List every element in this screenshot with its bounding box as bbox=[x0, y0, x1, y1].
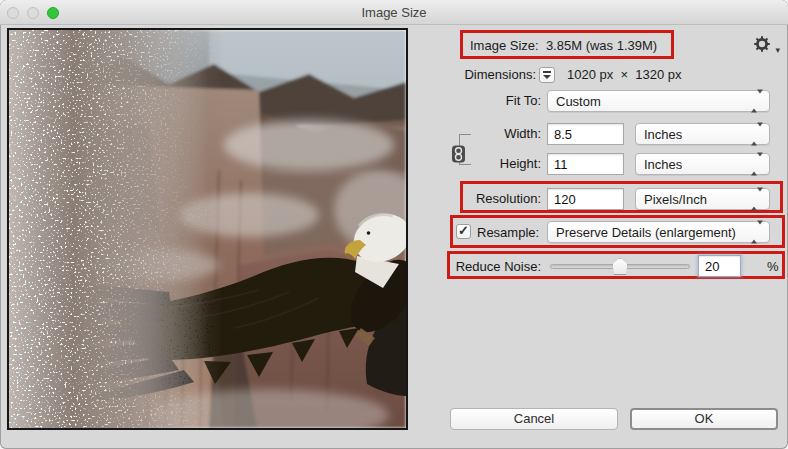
height-label: Height: bbox=[500, 156, 541, 172]
link-dimensions-icon[interactable] bbox=[451, 145, 466, 163]
width-input[interactable] bbox=[547, 123, 624, 145]
zoom-button[interactable] bbox=[47, 7, 59, 19]
gear-menu-arrow-icon: ▾ bbox=[775, 45, 780, 55]
gear-icon bbox=[754, 36, 770, 52]
reduce-noise-label: Reduce Noise: bbox=[456, 259, 541, 275]
dimensions-dropdown-bar-icon bbox=[543, 71, 551, 73]
dimensions-value: 1020 px × 1320 px bbox=[567, 67, 682, 82]
stepper-icon bbox=[751, 94, 763, 109]
resample-label: Resample: bbox=[477, 225, 539, 241]
image-size-dialog: Image Size bbox=[0, 0, 788, 449]
image-preview[interactable] bbox=[7, 28, 408, 430]
dimensions-dropdown-arrow-icon bbox=[543, 75, 551, 79]
fit-to-value: Custom bbox=[556, 94, 601, 109]
resample-method-value: Preserve Details (enlargement) bbox=[556, 225, 736, 240]
fit-to-label: Fit To: bbox=[506, 93, 541, 109]
width-label: Width: bbox=[504, 126, 541, 142]
dimensions-dropdown-button[interactable] bbox=[539, 67, 555, 83]
stepper-icon bbox=[751, 192, 763, 207]
cancel-button[interactable]: Cancel bbox=[450, 408, 618, 430]
height-unit-value: Inches bbox=[644, 157, 682, 172]
stepper-icon bbox=[751, 127, 763, 142]
width-unit-value: Inches bbox=[644, 127, 682, 142]
resample-checkbox[interactable]: ✓ bbox=[456, 224, 471, 239]
stepper-icon bbox=[751, 225, 763, 240]
resample-method-select[interactable]: Preserve Details (enlargement) bbox=[547, 221, 770, 243]
height-unit-select[interactable]: Inches bbox=[635, 153, 770, 175]
stepper-icon bbox=[751, 157, 763, 172]
image-size-value: 3.85M (was 1.39M) bbox=[546, 38, 657, 53]
height-input[interactable] bbox=[547, 153, 624, 175]
resolution-unit-value: Pixels/Inch bbox=[644, 192, 707, 207]
width-unit-select[interactable]: Inches bbox=[635, 123, 770, 145]
image-size-label: Image Size: bbox=[470, 38, 539, 53]
dimensions-label: Dimensions: bbox=[464, 67, 536, 83]
reduce-noise-slider[interactable] bbox=[550, 264, 690, 269]
reduce-noise-slider-thumb[interactable] bbox=[612, 258, 628, 275]
reduce-noise-input[interactable] bbox=[698, 255, 741, 277]
resolution-unit-select[interactable]: Pixels/Inch bbox=[635, 188, 770, 210]
image-size-row: Image Size: 3.85M (was 1.39M) bbox=[470, 38, 657, 53]
close-button[interactable] bbox=[7, 7, 19, 19]
ok-button[interactable]: OK bbox=[630, 408, 778, 430]
fit-to-select[interactable]: Custom bbox=[547, 90, 770, 112]
settings-gear-button[interactable]: ▾ bbox=[754, 36, 780, 54]
titlebar: Image Size bbox=[0, 0, 788, 25]
checkmark-icon: ✓ bbox=[457, 224, 470, 237]
window-title: Image Size bbox=[0, 0, 788, 25]
resolution-input[interactable] bbox=[547, 188, 624, 210]
eagle-canyon-image bbox=[9, 30, 406, 428]
minimize-button[interactable] bbox=[27, 7, 39, 19]
resolution-label: Resolution: bbox=[476, 191, 541, 207]
reduce-noise-unit: % bbox=[767, 259, 779, 274]
